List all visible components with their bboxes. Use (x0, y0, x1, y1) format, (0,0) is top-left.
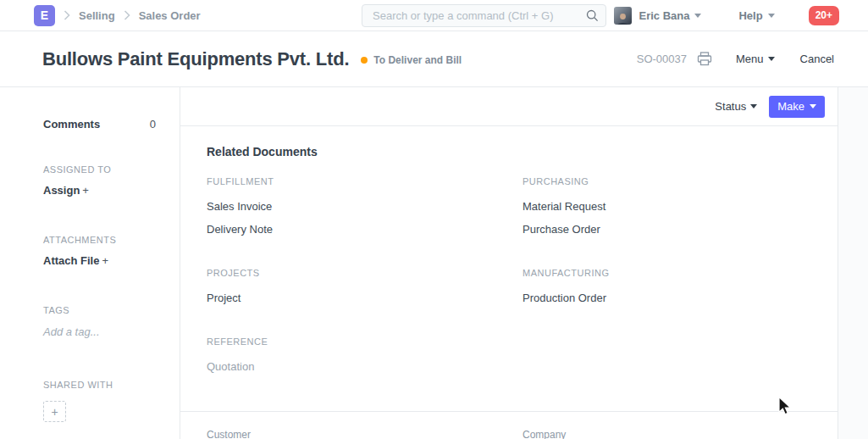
user-name: Eric Bana (639, 9, 689, 22)
help-menu[interactable]: Help (738, 9, 774, 22)
print-icon[interactable] (697, 52, 712, 66)
customer-label: Customer (207, 429, 522, 439)
doc-group-label: MANUFACTURING (522, 268, 824, 278)
page-body: Comments 0 ASSIGNED TO Assign+ ATTACHMEN… (0, 87, 868, 439)
user-avatar[interactable] (614, 7, 632, 25)
menu-label: Menu (736, 53, 764, 65)
status-dropdown[interactable]: Status (715, 100, 757, 113)
form-sidebar: Comments 0 ASSIGNED TO Assign+ ATTACHMEN… (0, 87, 180, 439)
page-title: Bullows Paint Equipments Pvt. Ltd. (42, 48, 349, 70)
menu-button[interactable]: Menu (736, 53, 775, 65)
user-menu[interactable]: Eric Bana (639, 9, 701, 22)
status-indicator-label: To Deliver and Bill (373, 54, 462, 66)
search-input[interactable] (362, 4, 606, 27)
navbar-right: Eric Bana Help 20+ (614, 6, 839, 25)
link-material-request[interactable]: Material Request (522, 201, 824, 213)
assign-label: Assign (43, 184, 80, 197)
related-documents-grid: FULFILLMENT Sales Invoice Delivery Note … (207, 176, 824, 405)
document-id: SO-00037 (637, 53, 687, 65)
doc-group-label: PROJECTS (207, 268, 522, 278)
company-field: Company Baba Services (522, 429, 824, 439)
status-dot-icon (361, 57, 368, 64)
status-indicator: To Deliver and Bill (361, 54, 462, 66)
related-documents-section: Related Documents FULFILLMENT Sales Invo… (180, 126, 838, 405)
breadcrumb-sales-order[interactable]: Sales Order (139, 9, 201, 22)
link-production-order[interactable]: Production Order (522, 292, 824, 304)
chevron-down-icon (810, 104, 816, 108)
right-margin (838, 87, 868, 439)
breadcrumb-chevron-icon (124, 10, 130, 20)
form-toolbar: Status Make (180, 87, 838, 126)
make-dropdown-button[interactable]: Make (769, 96, 825, 118)
doc-group-label: PURCHASING (522, 176, 824, 186)
related-documents-heading: Related Documents (207, 145, 824, 158)
assign-button[interactable]: Assign+ (43, 184, 156, 197)
chevron-down-icon (768, 57, 775, 61)
doc-group-fulfillment: FULFILLMENT Sales Invoice Delivery Note (207, 176, 522, 247)
form-main: Status Make Related Documents FULFILLMEN… (180, 87, 838, 439)
breadcrumb-chevron-icon (64, 10, 70, 20)
comments-link[interactable]: Comments 0 (43, 118, 156, 131)
plus-icon: + (102, 254, 108, 267)
attachments-label: ATTACHMENTS (43, 235, 156, 245)
help-label: Help (738, 9, 762, 22)
doc-group-manufacturing: MANUFACTURING Production Order (522, 268, 824, 315)
tags-label: TAGS (43, 305, 156, 315)
doc-group-purchasing: PURCHASING Material Request Purchase Ord… (522, 176, 824, 247)
shared-with-label: SHARED WITH (43, 380, 156, 390)
company-label: Company (522, 429, 824, 439)
link-project[interactable]: Project (207, 292, 522, 304)
page-header: Bullows Paint Equipments Pvt. Ltd. To De… (0, 31, 868, 87)
doc-group-projects: PROJECTS Project (207, 268, 522, 315)
attach-file-button[interactable]: Attach File+ (43, 254, 156, 267)
chevron-down-icon (768, 14, 775, 18)
status-dropdown-label: Status (715, 100, 746, 113)
customer-company-section: Customer Bullows Paint Equipments Pvt. L… (180, 412, 838, 439)
share-add-button[interactable]: + (43, 401, 66, 422)
chevron-down-icon (750, 104, 757, 108)
comments-count: 0 (150, 118, 156, 131)
app-window: E Selling Sales Order Eric Bana Help (0, 0, 868, 439)
customer-field: Customer Bullows Paint Equipments Pvt. L… (207, 429, 522, 439)
link-quotation[interactable]: Quotation (207, 361, 522, 373)
chevron-down-icon (694, 14, 701, 18)
navbar: E Selling Sales Order Eric Bana Help (0, 0, 868, 31)
doc-group-reference: REFERENCE Quotation (207, 336, 522, 384)
link-sales-invoice[interactable]: Sales Invoice (207, 201, 522, 213)
attach-file-label: Attach File (43, 254, 99, 267)
doc-group-label: REFERENCE (207, 336, 522, 347)
comments-label: Comments (43, 118, 100, 131)
notifications-badge[interactable]: 20+ (809, 6, 839, 25)
link-purchase-order[interactable]: Purchase Order (522, 224, 824, 236)
app-logo[interactable]: E (34, 5, 55, 26)
doc-group-label: FULFILLMENT (207, 176, 522, 186)
breadcrumb-selling[interactable]: Selling (79, 9, 115, 22)
add-tag-input[interactable]: Add a tag... (43, 325, 156, 338)
assigned-to-label: ASSIGNED TO (43, 164, 156, 175)
page-header-actions: SO-00037 Menu Cancel (637, 52, 834, 66)
global-search (362, 4, 606, 27)
plus-icon: + (82, 184, 89, 197)
search-icon[interactable] (586, 9, 599, 25)
cancel-button[interactable]: Cancel (800, 53, 834, 65)
make-button-label: Make (777, 100, 804, 113)
link-delivery-note[interactable]: Delivery Note (207, 224, 522, 236)
